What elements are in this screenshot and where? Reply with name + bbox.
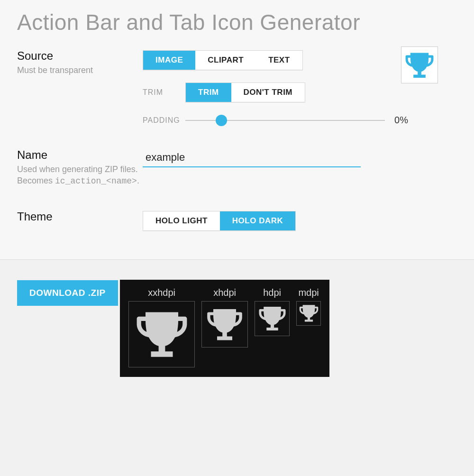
name-sub-dot: . xyxy=(137,176,139,185)
name-input[interactable] xyxy=(143,149,361,167)
theme-tabs: HOLO LIGHT HOLO DARK xyxy=(143,211,296,231)
tab-holo-light[interactable]: HOLO LIGHT xyxy=(143,211,220,230)
density-label: mdpi xyxy=(298,287,319,298)
tab-image[interactable]: IMAGE xyxy=(143,51,195,70)
density-icon-box xyxy=(296,301,321,326)
theme-label: Theme xyxy=(17,210,143,223)
tab-trim[interactable]: TRIM xyxy=(186,83,231,102)
trim-row: TRIM TRIM DON'T TRIM xyxy=(143,82,457,102)
source-row: Source Must be transparent IMAGE CLIPART… xyxy=(17,49,457,126)
density-item-hdpi: hdpi xyxy=(255,287,290,336)
padding-slider-thumb[interactable] xyxy=(216,115,227,126)
padding-label: PADDING xyxy=(143,116,185,125)
density-preview-panel: xxhdpixhdpihdpimdpi xyxy=(120,280,329,377)
name-sub-code: ic_action_<name> xyxy=(55,176,137,186)
padding-value: 0% xyxy=(394,115,408,126)
density-icon-box xyxy=(255,301,290,336)
padding-row: PADDING 0% xyxy=(143,115,457,126)
density-label: hdpi xyxy=(263,287,281,298)
download-zip-button[interactable]: DOWNLOAD .ZIP xyxy=(17,280,118,306)
tab-text[interactable]: TEXT xyxy=(256,51,302,70)
density-label: xhdpi xyxy=(213,287,236,298)
density-icon-box xyxy=(128,301,195,367)
source-type-tabs: IMAGE CLIPART TEXT xyxy=(143,50,303,70)
theme-row: Theme HOLO LIGHT HOLO DARK xyxy=(17,210,457,231)
density-icon-box xyxy=(201,301,248,348)
density-item-xhdpi: xhdpi xyxy=(201,287,248,348)
source-label: Source xyxy=(17,49,143,63)
trophy-icon xyxy=(299,303,319,323)
tab-holo-dark[interactable]: HOLO DARK xyxy=(220,211,295,230)
name-sublabel: Used when generating ZIP files. Becomes … xyxy=(17,164,143,187)
trophy-icon xyxy=(135,307,189,361)
trophy-icon xyxy=(258,304,287,333)
padding-slider[interactable] xyxy=(185,120,385,121)
source-sublabel: Must be transparent xyxy=(17,64,143,76)
trophy-icon xyxy=(206,305,244,343)
page-title: Action Bar and Tab Icon Generator xyxy=(17,9,457,35)
density-label: xxhdpi xyxy=(148,287,175,298)
source-preview xyxy=(401,46,438,83)
tab-dont-trim[interactable]: DON'T TRIM xyxy=(231,83,305,102)
density-item-mdpi: mdpi xyxy=(296,287,321,326)
trophy-icon xyxy=(404,50,435,80)
density-item-xxhdpi: xxhdpi xyxy=(128,287,195,367)
name-row: Name Used when generating ZIP files. Bec… xyxy=(17,148,457,187)
trim-label: TRIM xyxy=(143,88,185,97)
trim-tabs: TRIM DON'T TRIM xyxy=(185,82,305,102)
tab-clipart[interactable]: CLIPART xyxy=(195,51,256,70)
name-label: Name xyxy=(17,148,143,162)
